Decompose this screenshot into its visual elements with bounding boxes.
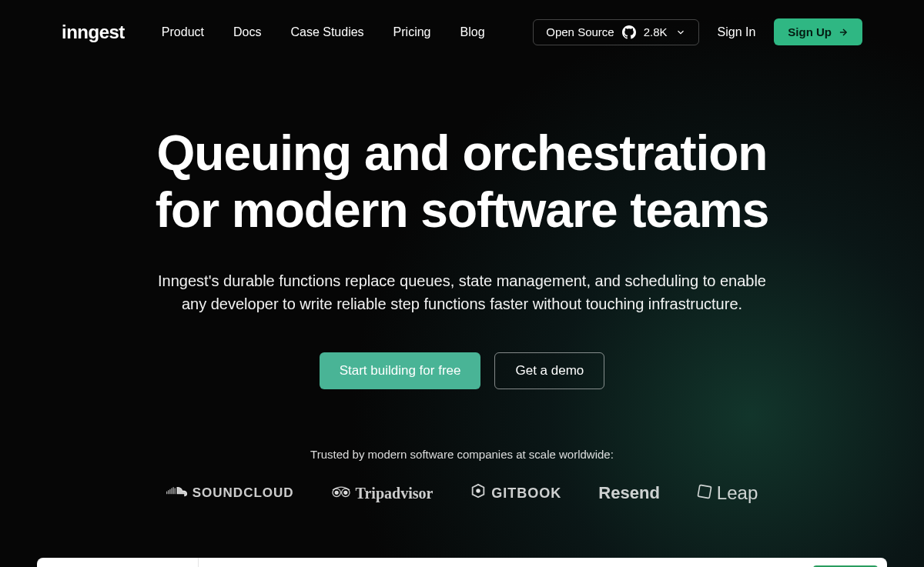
nav-docs[interactable]: Docs	[233, 25, 261, 39]
open-source-button[interactable]: Open Source 2.8K	[533, 19, 698, 45]
hero-subtitle: Inngest's durable functions replace queu…	[154, 269, 770, 315]
hero-buttons: Start building for free Get a demo	[77, 352, 847, 389]
resend-text: Resend	[598, 483, 659, 503]
chevron-down-icon	[675, 27, 686, 38]
company-logos: SOUNDCLOUD Tripadvisor GITBOOK Resend Le…	[77, 482, 847, 504]
leap-icon	[697, 482, 712, 504]
svg-point-3	[335, 491, 338, 494]
logo-tripadvisor: Tripadvisor	[331, 485, 434, 502]
hero-title-line1: Queuing and orchestration	[157, 125, 768, 181]
tripadvisor-icon	[331, 485, 351, 502]
svg-point-5	[477, 489, 480, 492]
gitbook-icon	[470, 483, 487, 504]
svg-rect-6	[698, 485, 711, 498]
github-stars: 2.8K	[644, 25, 668, 38]
signup-label: Sign Up	[788, 25, 832, 38]
arrow-right-icon	[838, 27, 849, 38]
logo[interactable]: inngest	[62, 22, 125, 43]
dashboard-sidebar: inngest ⌘ K Production ⌃⌄ ⚙	[37, 558, 199, 567]
get-demo-button[interactable]: Get a demo	[494, 352, 604, 389]
signup-button[interactable]: Sign Up	[774, 18, 862, 45]
logo-gitbook: GITBOOK	[470, 483, 561, 504]
nav-product[interactable]: Product	[162, 25, 204, 39]
hero-title-line2: for modern software teams	[156, 182, 769, 238]
nav-blog[interactable]: Blog	[460, 25, 485, 39]
main-header: inngest Product Docs Case Studies Pricin…	[0, 0, 924, 64]
logo-leap: Leap	[697, 482, 758, 504]
hero-title: Queuing and orchestration for modern sof…	[77, 125, 847, 238]
open-source-label: Open Source	[546, 25, 614, 38]
start-building-button[interactable]: Start building for free	[320, 352, 481, 389]
gitbook-text: GITBOOK	[491, 485, 561, 502]
hero-section: Queuing and orchestration for modern sof…	[0, 64, 924, 504]
soundcloud-icon	[166, 485, 188, 501]
github-icon	[622, 25, 636, 39]
nav-pricing[interactable]: Pricing	[393, 25, 431, 39]
signin-link[interactable]: Sign In	[718, 25, 756, 39]
main-nav: Product Docs Case Studies Pricing Blog	[162, 25, 533, 39]
dashboard-main: Functions › Handle failed payments Dashb…	[199, 558, 887, 567]
svg-point-4	[343, 491, 346, 494]
nav-case-studies[interactable]: Case Studies	[290, 25, 363, 39]
logo-soundcloud: SOUNDCLOUD	[166, 485, 294, 501]
trusted-by-text: Trusted by modern software companies at …	[77, 448, 847, 461]
leap-text: Leap	[717, 482, 758, 504]
logo-resend: Resend	[598, 483, 659, 503]
header-right: Open Source 2.8K Sign In Sign Up	[533, 18, 862, 45]
soundcloud-text: SOUNDCLOUD	[192, 485, 294, 501]
tripadvisor-text: Tripadvisor	[356, 485, 434, 502]
dashboard-preview: inngest ⌘ K Production ⌃⌄ ⚙ Functions › …	[37, 558, 887, 567]
